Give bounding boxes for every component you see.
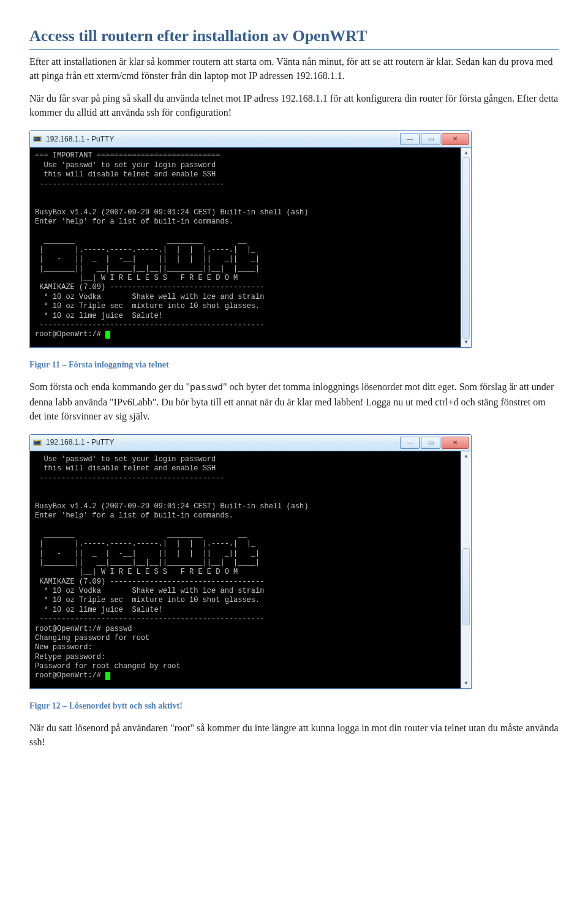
paragraph-2: Som första och enda kommando ger du "pas… [29, 380, 559, 423]
paragraph-1a: Efter att installationen är klar så komm… [29, 55, 559, 83]
terminal-output: === IMPORTANT ==========================… [30, 148, 461, 347]
putty-icon [32, 134, 42, 144]
cursor-icon [105, 672, 110, 680]
section-heading: Access till routern efter installation a… [29, 24, 559, 50]
svg-rect-2 [35, 138, 37, 138]
figure-caption-11: Figur 11 – Första inloggning via telnet [29, 359, 559, 371]
scroll-up-icon[interactable]: ▲ [461, 148, 471, 157]
scrollbar[interactable]: ▲ ▼ [461, 148, 471, 347]
cursor-icon [105, 331, 110, 339]
window-title: 192.168.1.1 - PuTTY [46, 437, 400, 448]
scroll-down-icon[interactable]: ▼ [461, 679, 471, 688]
scrollbar[interactable]: ▲ ▼ [461, 451, 471, 688]
scroll-down-icon[interactable]: ▼ [461, 337, 471, 347]
paragraph-1b: När du får svar på ping så skall du anvä… [29, 91, 559, 119]
scroll-track[interactable] [461, 461, 471, 679]
scroll-up-icon[interactable]: ▲ [461, 451, 471, 461]
svg-rect-5 [35, 442, 37, 442]
close-button[interactable]: ✕ [442, 133, 469, 145]
scroll-thumb[interactable] [462, 157, 470, 338]
putty-window-2: 192.168.1.1 - PuTTY — ▭ ✕ Use 'passwd' t… [29, 434, 472, 689]
minimize-button[interactable]: — [400, 133, 420, 145]
window-buttons: — ▭ ✕ [400, 437, 469, 449]
titlebar: 192.168.1.1 - PuTTY — ▭ ✕ [30, 435, 471, 451]
scroll-track[interactable] [461, 157, 471, 337]
terminal-body[interactable]: Use 'passwd' to set your login password … [30, 451, 471, 688]
figure-caption-12: Figur 12 – Lösenordet bytt och ssh aktiv… [29, 700, 559, 712]
titlebar: 192.168.1.1 - PuTTY — ▭ ✕ [30, 131, 471, 148]
minimize-button[interactable]: — [400, 437, 420, 449]
window-title: 192.168.1.1 - PuTTY [46, 134, 400, 145]
putty-window-1: 192.168.1.1 - PuTTY — ▭ ✕ === IMPORTANT … [29, 130, 472, 347]
passwd-command: passwd [190, 383, 223, 393]
terminal-body[interactable]: === IMPORTANT ==========================… [30, 148, 471, 347]
window-buttons: — ▭ ✕ [400, 133, 469, 145]
svg-rect-4 [34, 441, 40, 445]
paragraph-3: När du satt lösenord på användaren "root… [29, 721, 559, 749]
svg-rect-1 [34, 137, 40, 141]
putty-icon [32, 438, 42, 448]
close-button[interactable]: ✕ [442, 437, 469, 449]
scroll-thumb[interactable] [462, 548, 470, 625]
maximize-button[interactable]: ▭ [421, 437, 440, 449]
terminal-output: Use 'passwd' to set your login password … [30, 451, 461, 688]
maximize-button[interactable]: ▭ [421, 133, 440, 145]
